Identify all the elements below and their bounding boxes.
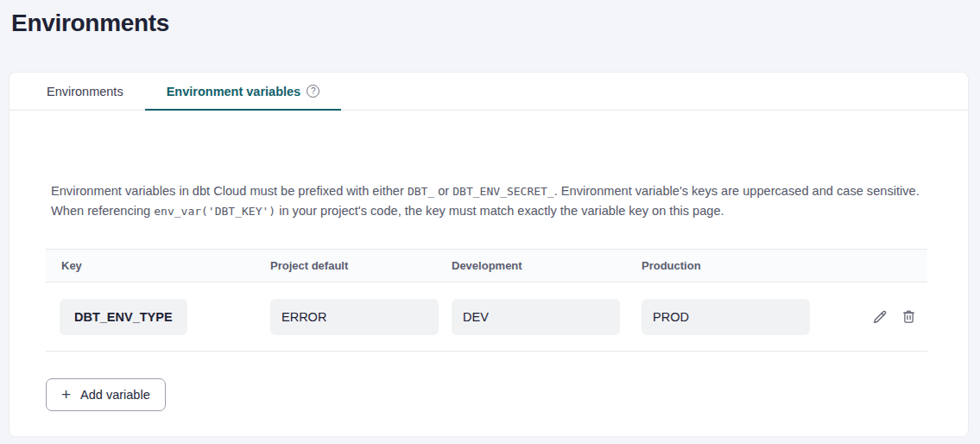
environment-variables-card: Environments Environment variables ? Env…	[9, 72, 969, 437]
variable-key-cell: DBT_ENV_TYPE	[46, 299, 270, 335]
help-icon[interactable]: ?	[307, 85, 319, 98]
description-text: . Environment variable's keys are upperc…	[554, 184, 920, 198]
pencil-icon	[871, 308, 888, 326]
production-cell: PROD	[642, 299, 823, 335]
tab-panel-environment-variables: Environment variables in dbt Cloud must …	[9, 111, 968, 436]
add-variable-label: Add variable	[80, 388, 150, 402]
environment-variables-table: Key Project default Development Producti…	[46, 249, 927, 352]
tab-environments-label: Environments	[47, 85, 123, 98]
row-actions	[823, 308, 927, 326]
tab-environment-variables-label: Environment variables	[167, 85, 301, 98]
trash-icon	[901, 308, 917, 325]
page-title: Environments	[11, 9, 980, 38]
code-env-var-example: env_var('DBT_KEY')	[154, 205, 275, 218]
delete-variable-button[interactable]	[901, 308, 917, 325]
tab-bar: Environments Environment variables ?	[9, 73, 968, 111]
description-text: When referencing	[51, 204, 154, 218]
tab-environments[interactable]: Environments	[25, 73, 145, 110]
column-header-production: Production	[642, 259, 823, 272]
tab-environment-variables[interactable]: Environment variables ?	[145, 73, 342, 110]
description-text: Environment variables in dbt Cloud must …	[51, 184, 408, 198]
add-variable-button[interactable]: + Add variable	[46, 378, 166, 411]
variable-key-chip: DBT_ENV_TYPE	[60, 299, 187, 335]
project-default-cell: ERROR	[270, 299, 452, 335]
code-dbt-prefix: DBT_	[408, 185, 434, 198]
description-text: in your project's code, the key must mat…	[275, 204, 724, 218]
production-value: PROD	[642, 299, 810, 335]
table-header-row: Key Project default Development Producti…	[46, 249, 927, 282]
development-value: DEV	[452, 299, 620, 335]
column-header-key: Key	[46, 259, 270, 272]
project-default-value: ERROR	[270, 299, 439, 335]
description-text: or	[434, 184, 452, 198]
code-dbt-env-secret-prefix: DBT_ENV_SECRET_	[452, 185, 553, 198]
edit-variable-button[interactable]	[871, 308, 888, 326]
description-line-1: Environment variables in dbt Cloud must …	[51, 181, 927, 201]
development-cell: DEV	[452, 299, 642, 335]
column-header-development: Development	[452, 259, 642, 272]
table-row: DBT_ENV_TYPE ERROR DEV PROD	[46, 282, 927, 352]
plus-icon: +	[61, 386, 71, 403]
column-header-project-default: Project default	[270, 259, 452, 272]
description-line-2: When referencing env_var('DBT_KEY') in y…	[51, 201, 927, 221]
